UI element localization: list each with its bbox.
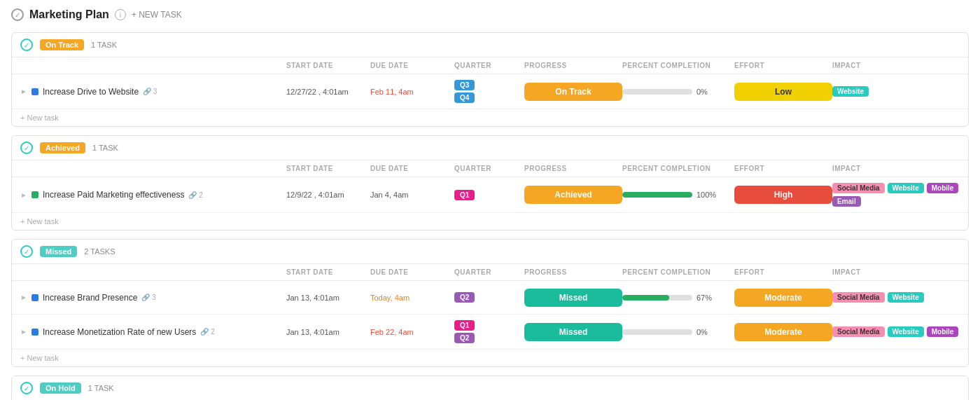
progress-badge: Missed bbox=[524, 289, 622, 307]
progress-bar-track bbox=[622, 192, 692, 198]
col-header-cell: DUE DATE bbox=[370, 165, 454, 172]
expand-arrow[interactable]: ► bbox=[20, 294, 27, 301]
col-headers: START DATEDUE DATEQUARTERPROGRESSPERCENT… bbox=[12, 57, 968, 74]
impact-badge: Website bbox=[888, 292, 924, 303]
col-header-cell: QUARTER bbox=[454, 62, 524, 69]
subtask-icon: 🔗 3 bbox=[143, 88, 157, 95]
start-date-cell: Jan 13, 4:01am bbox=[286, 328, 370, 336]
quarter-cell: Q1 bbox=[454, 190, 524, 200]
col-header-cell: PERCENT COMPLETION bbox=[622, 165, 734, 172]
impact-cell: Social MediaWebsite bbox=[832, 292, 960, 303]
progress-badge: Missed bbox=[524, 323, 622, 341]
task-count: 1 TASK bbox=[88, 384, 114, 392]
col-header-cell: PERCENT COMPLETION bbox=[622, 268, 734, 276]
quarter-badge: Q1 bbox=[454, 320, 475, 331]
effort-badge: Moderate bbox=[734, 289, 832, 307]
effort-badge: High bbox=[734, 186, 832, 204]
effort-cell: Moderate bbox=[734, 323, 832, 341]
quarter-badge: Q1 bbox=[454, 190, 475, 200]
progress-bar-track bbox=[622, 329, 692, 335]
col-header-cell bbox=[20, 268, 286, 276]
progress-badge: Achieved bbox=[524, 186, 622, 204]
task-name: Increase Brand Presence bbox=[43, 293, 137, 303]
col-header-cell: EFFORT bbox=[734, 165, 832, 172]
section-collapse-icon[interactable]: ✓ bbox=[20, 245, 33, 258]
task-count: 2 TASKS bbox=[84, 247, 115, 256]
task-count: 1 TASK bbox=[91, 41, 117, 49]
new-task-link[interactable]: + New task bbox=[12, 350, 968, 366]
col-header-cell: EFFORT bbox=[734, 62, 832, 69]
page-title: Marketing Plan bbox=[29, 8, 109, 21]
status-badge: Achieved bbox=[40, 142, 85, 153]
percent-completion-cell: 0% bbox=[622, 88, 734, 96]
task-name: Increase Drive to Website bbox=[43, 87, 139, 97]
task-count: 1 TASK bbox=[92, 144, 118, 152]
quarter-badge: Q2 bbox=[454, 292, 475, 303]
progress-badge: On Track bbox=[524, 83, 622, 101]
sections-container: ✓ On Track 1 TASK START DATEDUE DATEQUAR… bbox=[11, 32, 969, 400]
new-task-link[interactable]: + New task bbox=[12, 213, 968, 230]
start-date-cell: 12/27/22 , 4:01am bbox=[286, 88, 370, 96]
quarter-cell: Q1Q2 bbox=[454, 320, 524, 343]
due-date-cell: Today, 4am bbox=[370, 294, 454, 302]
page-container: ✓ Marketing Plan i + NEW TASK ✓ On Track… bbox=[0, 0, 980, 400]
page-header: ✓ Marketing Plan i + NEW TASK bbox=[11, 8, 969, 21]
impact-badge: Social Media bbox=[832, 292, 885, 303]
col-header-cell: IMPACT bbox=[832, 165, 960, 172]
status-badge: On Hold bbox=[40, 382, 81, 394]
task-row: ► Increase Brand Presence 🔗 3 Jan 13, 4:… bbox=[12, 281, 968, 315]
effort-cell: Low bbox=[734, 83, 832, 101]
percent-label: 100% bbox=[696, 191, 716, 199]
section-ontrack: ✓ On Track 1 TASK START DATEDUE DATEQUAR… bbox=[11, 32, 969, 127]
quarter-cell: Q3Q4 bbox=[454, 80, 524, 103]
task-name: Increase Monetization Rate of new Users bbox=[43, 327, 196, 337]
col-header-cell: IMPACT bbox=[832, 268, 960, 276]
impact-cell: Social MediaWebsiteMobile bbox=[832, 326, 960, 337]
section-header-achieved: ✓ Achieved 1 TASK bbox=[12, 136, 968, 160]
col-header-cell: PERCENT COMPLETION bbox=[622, 62, 734, 69]
new-task-link[interactable]: + New task bbox=[12, 109, 968, 126]
quarter-badge: Q3 bbox=[454, 80, 475, 90]
start-date-cell: 12/9/22 , 4:01am bbox=[286, 191, 370, 199]
section-header-ontrack: ✓ On Track 1 TASK bbox=[12, 33, 968, 57]
impact-badge: Mobile bbox=[927, 183, 959, 193]
section-collapse-icon[interactable]: ✓ bbox=[20, 382, 33, 394]
progress-cell: Missed bbox=[524, 289, 622, 307]
impact-cell: Website bbox=[832, 86, 960, 97]
col-header-cell: START DATE bbox=[286, 165, 370, 172]
impact-badge: Email bbox=[832, 196, 861, 207]
impact-badge: Website bbox=[832, 86, 869, 97]
info-icon[interactable]: i bbox=[115, 9, 126, 20]
new-task-button[interactable]: + NEW TASK bbox=[132, 10, 182, 20]
percent-completion-cell: 67% bbox=[622, 294, 734, 302]
expand-arrow[interactable]: ► bbox=[20, 191, 27, 199]
progress-bar-track bbox=[622, 89, 692, 95]
percent-label: 0% bbox=[696, 328, 708, 336]
col-header-cell: START DATE bbox=[286, 268, 370, 276]
progress-cell: Achieved bbox=[524, 186, 622, 204]
col-header-cell bbox=[20, 165, 286, 172]
task-name-cell: ► Increase Paid Marketing effectiveness … bbox=[20, 190, 286, 200]
due-date-cell: Feb 22, 4am bbox=[370, 328, 454, 336]
impact-badge: Website bbox=[888, 183, 924, 193]
expand-arrow[interactable]: ► bbox=[20, 88, 27, 95]
task-name: Increase Paid Marketing effectiveness bbox=[43, 190, 185, 200]
subtask-icon: 🔗 3 bbox=[141, 294, 155, 301]
section-collapse-icon[interactable]: ✓ bbox=[20, 39, 33, 51]
impact-badge: Social Media bbox=[832, 183, 885, 193]
col-header-cell bbox=[20, 62, 286, 69]
task-row: ► Increase Monetization Rate of new User… bbox=[12, 315, 968, 350]
task-dot bbox=[31, 294, 38, 301]
impact-badge: Website bbox=[888, 326, 924, 337]
progress-cell: Missed bbox=[524, 323, 622, 341]
subtask-icon: 🔗 2 bbox=[200, 328, 214, 336]
impact-badge: Mobile bbox=[927, 326, 959, 337]
collapse-icon[interactable]: ✓ bbox=[11, 8, 24, 21]
due-date-cell: Jan 4, 4am bbox=[370, 191, 454, 199]
section-collapse-icon[interactable]: ✓ bbox=[20, 142, 33, 154]
col-header-cell: QUARTER bbox=[454, 165, 524, 172]
expand-arrow[interactable]: ► bbox=[20, 328, 27, 336]
start-date-cell: Jan 13, 4:01am bbox=[286, 294, 370, 302]
due-date-cell: Feb 11, 4am bbox=[370, 88, 454, 96]
quarter-cell: Q2 bbox=[454, 292, 524, 303]
